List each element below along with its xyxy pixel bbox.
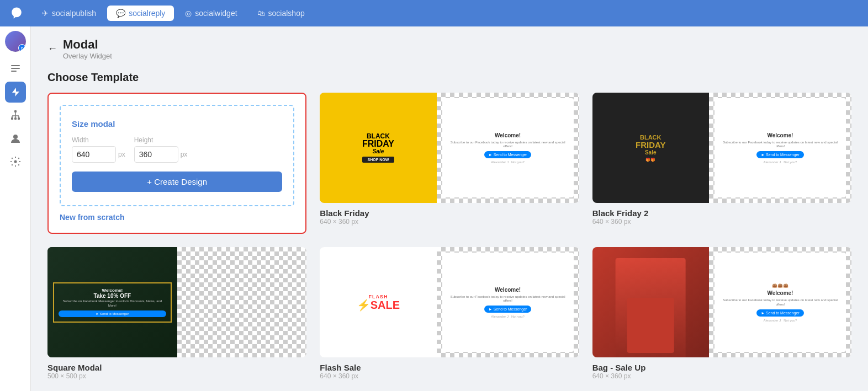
template-card-bag-sale[interactable]: 👜👜👜 Welcome! Subscribe to our Facebook t… [592, 247, 851, 380]
sidebar-icon-lightning[interactable] [5, 82, 26, 103]
scratch-label: New from scratch [60, 213, 294, 222]
height-label: Height [134, 136, 188, 144]
section-title: Choose Template [47, 71, 851, 84]
sidebar-icon-feed[interactable] [5, 58, 26, 79]
svg-rect-4 [11, 117, 13, 120]
template-size-bag-sale: 640 × 360 px [592, 372, 851, 380]
page-title-wrap: Modal Overlay Widget [63, 38, 112, 60]
width-input-wrap: px [72, 146, 125, 163]
template-name-square-modal: Square Modal [47, 363, 306, 372]
app-logo [7, 3, 27, 23]
template-preview-flash-sale: FLASH ⚡SALE Welcome! Subscribe to our Fa… [320, 247, 579, 357]
sidebar-icon-hierarchy[interactable] [5, 105, 26, 126]
template-card-black-friday[interactable]: BLACK FRIDAY Sale SHOP NOW Welcome! Subs… [320, 93, 579, 234]
sidebar-icon-user[interactable] [5, 128, 26, 149]
svg-point-13 [14, 160, 17, 163]
facebook-badge: f [18, 44, 26, 52]
nav-tab-socialreply[interactable]: 💬 socialreply [107, 6, 174, 21]
socialreply-icon: 💬 [116, 9, 125, 18]
page-subtitle: Overlay Widget [63, 52, 112, 60]
height-unit: px [181, 151, 188, 158]
bag-left [592, 247, 709, 357]
svg-point-12 [13, 135, 18, 139]
bf-right-preview: Welcome! Subscribe to our Facebook today… [437, 93, 579, 203]
fs-left: FLASH ⚡SALE [320, 247, 436, 357]
nav-tab-socialshop[interactable]: 🛍 socialshop [248, 6, 314, 21]
left-sidebar: f [0, 26, 31, 391]
nav-tab-socialpublish[interactable]: ✈ socialpublish [33, 6, 105, 21]
nav-tab-socialwidget-label: socialwidget [195, 9, 237, 18]
template-card-black-friday-2[interactable]: BLACK FRIDAY Sale 🎁🎁 Welcome! Subscribe … [592, 93, 851, 234]
svg-rect-5 [14, 117, 17, 120]
svg-rect-1 [11, 68, 20, 69]
nav-tab-socialpublish-label: socialpublish [52, 9, 96, 18]
main-layout: f [0, 26, 868, 391]
size-modal-title: Size modal [72, 119, 282, 128]
sq-right [177, 247, 307, 357]
content-area: ← Modal Overlay Widget Choose Template S… [31, 26, 868, 391]
template-size-black-friday: 640 × 360 px [320, 218, 579, 226]
fs-right-preview: Welcome! Subscribe to our Facebook today… [437, 247, 579, 357]
templates-grid: Size modal Width px Height [47, 93, 851, 380]
svg-rect-0 [11, 65, 20, 66]
template-name-black-friday: Black Friday [320, 208, 579, 218]
height-input[interactable] [134, 146, 178, 163]
new-from-scratch-card[interactable]: Size modal Width px Height [47, 93, 306, 234]
width-label: Width [72, 136, 125, 144]
template-name-flash-sale: Flash Sale [320, 363, 579, 372]
width-unit: px [118, 151, 125, 158]
template-preview-black-friday: BLACK FRIDAY Sale SHOP NOW Welcome! Subs… [320, 93, 579, 203]
socialwidget-icon: ◎ [185, 9, 192, 18]
user-avatar[interactable]: f [5, 31, 26, 52]
nav-tab-socialwidget[interactable]: ◎ socialwidget [176, 6, 246, 21]
svg-rect-2 [11, 71, 17, 72]
bf2-right-preview: Welcome! Subscribe to our Facebook today… [709, 93, 851, 203]
template-preview-bag-sale: 👜👜👜 Welcome! Subscribe to our Facebook t… [592, 247, 851, 357]
template-card-flash-sale[interactable]: FLASH ⚡SALE Welcome! Subscribe to our Fa… [320, 247, 579, 380]
nav-tab-socialshop-label: socialshop [268, 9, 305, 18]
svg-rect-6 [18, 117, 20, 120]
socialshop-icon: 🛍 [257, 9, 265, 18]
template-name-bag-sale: Bag - Sale Up [592, 363, 851, 372]
template-preview-black-friday-2: BLACK FRIDAY Sale 🎁🎁 Welcome! Subscribe … [592, 93, 851, 203]
create-design-button[interactable]: + Create Design [72, 172, 282, 192]
template-size-flash-sale: 640 × 360 px [320, 372, 579, 380]
bag-right-preview: 👜👜👜 Welcome! Subscribe to our Facebook t… [709, 247, 851, 357]
width-field: Width px [72, 136, 125, 163]
bf-text: BLACK FRIDAY Sale SHOP NOW [362, 133, 394, 163]
sq-left: Welcome! Take 10% OFF Subscribe on Faceb… [47, 247, 177, 357]
page-title: Modal [63, 38, 112, 52]
socialpublish-icon: ✈ [42, 9, 49, 18]
template-card-square-modal[interactable]: Welcome! Take 10% OFF Subscribe on Faceb… [47, 247, 306, 380]
width-input[interactable] [72, 146, 116, 163]
template-name-black-friday-2: Black Friday 2 [592, 208, 851, 218]
template-size-square-modal: 500 × 500 px [47, 372, 306, 380]
scratch-inner: Size modal Width px Height [60, 105, 294, 206]
height-field: Height px [134, 136, 188, 163]
sidebar-icon-settings[interactable] [5, 151, 26, 172]
size-fields: Width px Height px [72, 136, 282, 163]
nav-tab-socialreply-label: socialreply [129, 9, 165, 18]
bf2-left: BLACK FRIDAY Sale 🎁🎁 [592, 93, 709, 203]
top-nav: ✈ socialpublish 💬 socialreply ◎ socialwi… [0, 0, 868, 26]
height-input-wrap: px [134, 146, 188, 163]
svg-rect-3 [14, 110, 17, 113]
template-size-black-friday-2: 640 × 360 px [592, 218, 851, 226]
template-preview-square-modal: Welcome! Take 10% OFF Subscribe on Faceb… [47, 247, 306, 357]
page-header: ← Modal Overlay Widget [47, 38, 851, 60]
back-button[interactable]: ← [47, 43, 57, 55]
bf-banner-left: BLACK FRIDAY Sale SHOP NOW [320, 93, 436, 203]
